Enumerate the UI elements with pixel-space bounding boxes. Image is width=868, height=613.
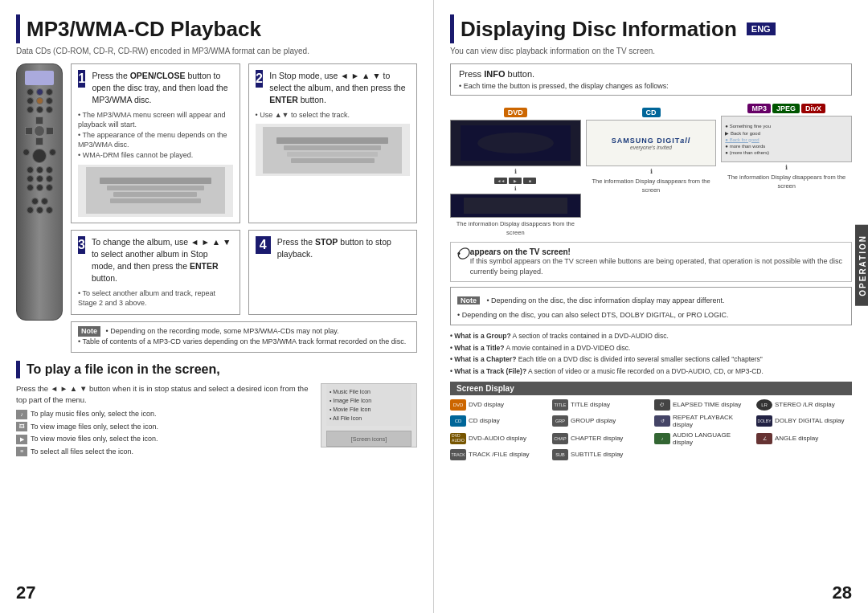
remote-btn-14 bbox=[36, 175, 43, 182]
display-item-repeat: ↺ REPEAT PLAYBACK display bbox=[654, 414, 750, 428]
badge-divx: DivX bbox=[801, 104, 825, 113]
remote-btn-4 bbox=[46, 97, 53, 104]
title-display-icon: TITLE bbox=[552, 399, 568, 411]
step-4-box: 4 Press the STOP button to stop playback… bbox=[248, 230, 418, 315]
display-item-lr: LR STEREO /LR display bbox=[756, 399, 852, 411]
left-section-header: MP3/WMA-CD Playback bbox=[16, 14, 417, 43]
step-2-box: 2 In Stop mode, use ◄ ► ▲ ▼ to select th… bbox=[248, 63, 418, 223]
step-2-content: In Stop mode, use ◄ ► ▲ ▼ to select the … bbox=[269, 70, 410, 107]
left-title: MP3/WMA-CD Playback bbox=[27, 18, 261, 41]
remote-btn-12 bbox=[46, 166, 53, 174]
info-press-box: Press INFO button. • Each time the butto… bbox=[450, 63, 852, 96]
dpad-down bbox=[35, 137, 43, 145]
dpad-up bbox=[35, 116, 43, 125]
remote-screen bbox=[25, 71, 54, 85]
left-note-box: Note • Depending on the recording mode, … bbox=[71, 321, 417, 353]
remote-btn-blue bbox=[36, 88, 43, 96]
right-note-content: • Depending on the disc, the disc inform… bbox=[457, 296, 728, 319]
page-number-left: 27 bbox=[16, 582, 35, 603]
remote-btn-7 bbox=[46, 106, 53, 113]
elapsed-display-icon: ⏱ bbox=[654, 399, 670, 411]
bullet-item-2: 🖼 To view image files only, select the i… bbox=[16, 422, 313, 433]
left-header-bar bbox=[16, 14, 20, 43]
screen-display-header: Screen Display bbox=[450, 382, 852, 395]
angle-display-icon: ∠ bbox=[756, 433, 772, 444]
step-3-number: 3 bbox=[78, 236, 85, 254]
dpad-right bbox=[46, 127, 54, 135]
step-4-content: Press the STOP button to stop playback. bbox=[277, 236, 410, 260]
dvd-screen-2 bbox=[450, 194, 581, 218]
dvd-disc-info: The information Display disappears from … bbox=[450, 220, 581, 237]
display-item-dvd: DVD DVD display bbox=[450, 399, 546, 411]
remote-btn-2 bbox=[46, 88, 53, 96]
lr-display-label: STEREO /LR display bbox=[775, 401, 835, 408]
left-panel: MP3/WMA-CD Playback Data CDs (CD-ROM, CD… bbox=[0, 0, 434, 613]
step-1-number: 1 bbox=[78, 70, 85, 88]
steps-area: 1 Press the OPEN/CLOSE button to open th… bbox=[71, 63, 417, 353]
track-display-label: TRACK /FILE display bbox=[469, 451, 530, 458]
note-line-2: • Table of contents of a MP3-CD varies d… bbox=[78, 337, 406, 345]
display-item-chapter: CHAP CHAPTER display bbox=[552, 431, 648, 446]
dvd-info-num-1: ℹ bbox=[450, 168, 581, 175]
page-number-right: 28 bbox=[833, 582, 852, 603]
remote-btn-10 bbox=[27, 166, 34, 174]
display-item-cd: CD CD display bbox=[450, 414, 546, 428]
remote-btn-16 bbox=[27, 184, 34, 191]
mp3-info-num: ℹ bbox=[721, 164, 852, 171]
press-info-bullet: • Each time the button is pressed, the d… bbox=[459, 82, 843, 90]
appears-content: appears on the TV screen! If this symbol… bbox=[470, 247, 845, 276]
cd-disc-info: The information Display disappears from … bbox=[586, 178, 717, 194]
right-title: Displaying Disc Information bbox=[461, 18, 737, 41]
angle-display-label: ANGLE display bbox=[775, 435, 818, 442]
step-3-box: 3 To change the album, use ◄ ► ▲ ▼ to se… bbox=[71, 230, 240, 315]
all-file-icon: ≡ bbox=[16, 447, 27, 456]
right-note-box: Note • Depending on the disc, the disc i… bbox=[450, 287, 852, 325]
bottom-text: Press the ◄ ► ▲ ▼ button when it is in s… bbox=[16, 383, 313, 460]
chapter-display-label: CHAPTER display bbox=[571, 435, 623, 442]
dvd-btn-3: ■ bbox=[523, 178, 536, 184]
dolby-display-label: DOLBY DIGITAL display bbox=[775, 417, 845, 424]
remote-dpad bbox=[25, 116, 54, 145]
subtitle-display-label: SUBTITLE display bbox=[571, 451, 623, 458]
disc-item-mp3: MP3 JPEG DivX ● Something fine you ▶ Bac… bbox=[721, 104, 852, 237]
dpad-center bbox=[34, 125, 45, 137]
lr-display-icon: LR bbox=[756, 399, 772, 411]
badge-cd: CD bbox=[642, 108, 661, 117]
dvd-display-icon: DVD bbox=[450, 399, 466, 411]
title-display-label: TITLE display bbox=[571, 401, 610, 408]
music-file-icon: ♪ bbox=[16, 410, 27, 419]
subtitle-display-icon: SUB bbox=[552, 449, 568, 460]
bullet-item-3: ▶ To view movie files only, select the i… bbox=[16, 434, 313, 445]
samsung-screen: SAMSUNG DIGITall everyone's invited bbox=[586, 120, 717, 166]
dolby-display-icon: DOLBY bbox=[756, 415, 772, 427]
step-2-number: 2 bbox=[256, 70, 264, 88]
note-line-1: • Depending on the recording mode, some … bbox=[106, 327, 339, 335]
right-subtitle: You can view disc playback information o… bbox=[450, 47, 852, 55]
cd-info-num: ℹ bbox=[586, 168, 717, 175]
remote-btn-15 bbox=[46, 175, 53, 182]
disc-display-row: DVD ℹ ◄◄ ▶ ■ ℹ The information Display d… bbox=[450, 104, 852, 237]
step-1-box: 1 Press the OPEN/CLOSE button to open th… bbox=[71, 63, 240, 223]
remote-body bbox=[16, 63, 63, 321]
disc-item-cd: CD SAMSUNG DIGITall everyone's invited ℹ… bbox=[586, 104, 717, 237]
bottom-desc: Press the ◄ ► ▲ ▼ button when it is in s… bbox=[16, 383, 313, 407]
mp3-disc-info: The information Display disappears from … bbox=[721, 174, 852, 190]
movie-file-icon: ▶ bbox=[16, 435, 27, 444]
dvd-info-num-2: ℹ bbox=[450, 186, 581, 192]
repeat-display-icon: ↺ bbox=[654, 415, 670, 427]
step-4-number: 4 bbox=[256, 236, 271, 254]
bottom-section-bar bbox=[16, 361, 20, 378]
bottom-content: Press the ◄ ► ▲ ▼ button when it is in s… bbox=[16, 383, 417, 460]
remote-btn-23 bbox=[46, 206, 53, 214]
chapter-display-icon: CHAP bbox=[552, 433, 568, 444]
right-panel: Displaying Disc Information ENG You can … bbox=[434, 0, 868, 613]
step-1-img bbox=[78, 165, 233, 217]
left-subtitle: Data CDs (CD-ROM, CD-R, CD-RW) encoded i… bbox=[16, 47, 417, 55]
bottom-img: • Music File Icon • Image File Icon • Mo… bbox=[321, 383, 417, 447]
right-section-header: Displaying Disc Information ENG bbox=[450, 14, 852, 43]
press-info-text: Press INFO button. bbox=[459, 69, 534, 79]
remote-btn-11 bbox=[36, 166, 43, 174]
dpad-left bbox=[25, 127, 33, 135]
remote-btn-large bbox=[32, 149, 47, 163]
remote-btn-18 bbox=[46, 184, 53, 191]
